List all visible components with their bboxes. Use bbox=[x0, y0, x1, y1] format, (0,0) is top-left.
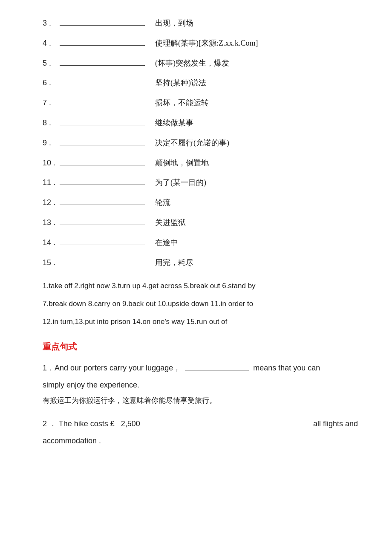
sentence-2-pre: 2 ． The hike costs £ 2,500 bbox=[43, 416, 140, 431]
fill-num-10: 10 . bbox=[43, 157, 59, 169]
answer-line1: 1.take off 2.right now 3.turn up 4.get a… bbox=[43, 279, 358, 293]
sentence-2-blank bbox=[195, 426, 259, 426]
fill-num-6: 6 . bbox=[43, 77, 59, 89]
sentence-1-text-after: means that you can bbox=[253, 360, 320, 376]
fill-num-5: 5 . bbox=[43, 57, 59, 69]
sentence-2-line2: accommodation . bbox=[43, 433, 358, 448]
fill-list: 3 .出现，到场4 .使理解(某事)[来源:Z.xx.k.Com]5 .(坏事)… bbox=[43, 17, 358, 269]
fill-num-4: 4 . bbox=[43, 37, 59, 49]
sentence-2-row: 2 ． The hike costs £ 2,500 all flights a… bbox=[43, 416, 358, 431]
fill-row-9: 9 .决定不履行(允诺的事) bbox=[43, 137, 358, 149]
fill-meaning-4: 使理解(某事)[来源:Z.xx.k.Com] bbox=[155, 37, 258, 49]
fill-num-15: 15 . bbox=[43, 257, 59, 269]
fill-num-8: 8 . bbox=[43, 117, 59, 129]
fill-meaning-9: 决定不履行(允诺的事) bbox=[155, 137, 229, 149]
fill-line-7 bbox=[60, 105, 145, 105]
fill-meaning-8: 继续做某事 bbox=[155, 117, 193, 129]
sentence-1-row: 1．And our porters carry your luggage， me… bbox=[43, 360, 358, 376]
fill-row-11: 11 .为了(某一目的) bbox=[43, 176, 358, 189]
fill-num-7: 7 . bbox=[43, 97, 59, 109]
fill-line-4 bbox=[60, 45, 145, 46]
fill-num-13: 13 . bbox=[43, 217, 59, 229]
fill-num-3: 3 . bbox=[43, 17, 59, 29]
sentence-2-post: all flights and bbox=[313, 416, 358, 431]
fill-num-14: 14 . bbox=[43, 237, 59, 249]
fill-meaning-13: 关进监狱 bbox=[155, 217, 186, 229]
sentence-1-text-before: 1．And our porters carry your luggage， bbox=[43, 360, 181, 376]
fill-line-10 bbox=[60, 165, 145, 165]
sentence-1-translation: 有搬运工为你搬运行李，这意味着你能尽情享受旅行。 bbox=[43, 394, 358, 408]
fill-row-6: 6 .坚持(某种)说法 bbox=[43, 77, 358, 89]
answers-section: 1.take off 2.right now 3.turn up 4.get a… bbox=[43, 279, 358, 329]
fill-meaning-11: 为了(某一目的) bbox=[155, 176, 206, 189]
fill-line-11 bbox=[60, 185, 145, 185]
answer-line2: 7.break down 8.carry on 9.back out 10.up… bbox=[43, 297, 358, 311]
fill-line-8 bbox=[60, 125, 145, 125]
fill-num-9: 9 . bbox=[43, 137, 59, 149]
fill-num-12: 12 . bbox=[43, 197, 59, 209]
fill-row-4: 4 .使理解(某事)[来源:Z.xx.k.Com] bbox=[43, 37, 358, 49]
fill-row-10: 10 .颠倒地，倒置地 bbox=[43, 157, 358, 169]
key-sentences-section: 重点句式 1．And our porters carry your luggag… bbox=[43, 341, 358, 448]
fill-meaning-6: 坚持(某种)说法 bbox=[155, 77, 206, 89]
fill-num-11: 11 . bbox=[43, 176, 59, 189]
fill-line-14 bbox=[60, 245, 145, 245]
fill-row-8: 8 .继续做某事 bbox=[43, 117, 358, 129]
fill-line-15 bbox=[60, 265, 145, 265]
fill-meaning-12: 轮流 bbox=[155, 197, 170, 209]
fill-line-6 bbox=[60, 85, 145, 85]
fill-row-13: 13 .关进监狱 bbox=[43, 217, 358, 229]
fill-meaning-14: 在途中 bbox=[155, 237, 178, 249]
fill-items-section: 3 .出现，到场4 .使理解(某事)[来源:Z.xx.k.Com]5 .(坏事)… bbox=[43, 17, 358, 329]
fill-meaning-10: 颠倒地，倒置地 bbox=[155, 157, 209, 169]
section-title: 重点句式 bbox=[43, 341, 358, 353]
fill-line-9 bbox=[60, 145, 145, 145]
fill-row-3: 3 .出现，到场 bbox=[43, 17, 358, 29]
fill-row-7: 7 .损坏，不能运转 bbox=[43, 97, 358, 109]
fill-line-12 bbox=[60, 205, 145, 205]
fill-line-13 bbox=[60, 225, 145, 225]
fill-row-15: 15 .用完，耗尽 bbox=[43, 257, 358, 269]
sentence-1: 1．And our porters carry your luggage， me… bbox=[43, 360, 358, 408]
sentence-1-blank bbox=[185, 370, 249, 370]
fill-meaning-15: 用完，耗尽 bbox=[155, 257, 193, 269]
fill-line-5 bbox=[60, 65, 145, 66]
sentence-1-line2: simply enjoy the experience. bbox=[43, 377, 358, 393]
fill-meaning-7: 损坏，不能运转 bbox=[155, 97, 209, 109]
fill-row-14: 14 .在途中 bbox=[43, 237, 358, 249]
fill-meaning-3: 出现，到场 bbox=[155, 17, 193, 29]
fill-row-12: 12 .轮流 bbox=[43, 197, 358, 209]
answer-line3: 12.in turn,13.put into prison 14.on one'… bbox=[43, 315, 358, 329]
fill-row-5: 5 .(坏事)突然发生，爆发 bbox=[43, 57, 358, 69]
fill-meaning-5: (坏事)突然发生，爆发 bbox=[155, 57, 229, 69]
fill-line-3 bbox=[60, 25, 145, 26]
sentence-2: 2 ． The hike costs £ 2,500 all flights a… bbox=[43, 416, 358, 448]
